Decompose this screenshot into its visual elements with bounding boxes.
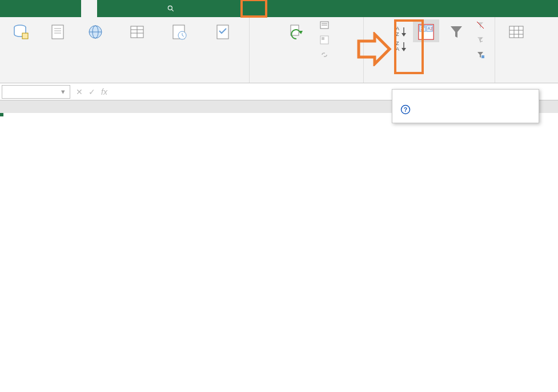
- recent-icon: [170, 23, 188, 41]
- queries-connections-button[interactable]: [318, 19, 334, 31]
- from-web-button[interactable]: [79, 19, 112, 43]
- group-queries-connections: [250, 17, 364, 83]
- tab-review[interactable]: [97, 0, 113, 17]
- ribbon-content: AZ ZA ZAAZ: [0, 17, 558, 83]
- properties-button[interactable]: [318, 34, 334, 46]
- advanced-button[interactable]: [473, 49, 489, 60]
- tab-formulas[interactable]: [65, 0, 81, 17]
- existing-connections-button[interactable]: [200, 19, 246, 43]
- tab-insert[interactable]: [33, 0, 49, 17]
- accept-formula-icon[interactable]: ✓: [89, 87, 95, 96]
- fx-icon[interactable]: fx: [101, 87, 107, 96]
- database-icon: [11, 23, 29, 41]
- svg-rect-45: [481, 55, 484, 58]
- tab-data[interactable]: [81, 0, 97, 17]
- globe-icon: [86, 23, 105, 41]
- clear-button[interactable]: [473, 19, 489, 31]
- svg-text:Z: Z: [396, 31, 399, 37]
- cancel-formula-icon[interactable]: ✕: [76, 87, 83, 96]
- tab-help[interactable]: [145, 0, 161, 17]
- refresh-icon: [287, 23, 306, 41]
- from-text-csv-button[interactable]: [41, 19, 74, 43]
- ribbon-tabs: [0, 0, 558, 17]
- properties-icon: [320, 35, 329, 45]
- svg-text:A: A: [396, 26, 399, 31]
- sort-tooltip: ?: [392, 89, 539, 123]
- refresh-all-button[interactable]: [280, 19, 313, 43]
- tab-developer[interactable]: [129, 0, 145, 17]
- svg-marker-28: [402, 33, 406, 37]
- tab-home[interactable]: [17, 0, 33, 17]
- svg-text:A: A: [423, 25, 425, 29]
- tab-view[interactable]: [113, 0, 129, 17]
- connections-icon: [214, 23, 232, 41]
- svg-text:Z: Z: [430, 27, 432, 31]
- from-table-range-button[interactable]: [117, 19, 158, 43]
- svg-marker-40: [451, 26, 462, 38]
- funnel-icon: [447, 23, 465, 41]
- list-icon: [320, 21, 329, 30]
- advanced-icon: [476, 50, 485, 59]
- svg-rect-4: [52, 25, 63, 39]
- svg-text:Z: Z: [396, 41, 399, 46]
- name-box[interactable]: ▾: [2, 85, 70, 99]
- text-file-icon: [49, 23, 67, 41]
- sort-asc-icon[interactable]: AZ: [395, 25, 408, 38]
- get-data-button[interactable]: [3, 19, 37, 43]
- group-sort-filter: AZ ZA ZAAZ: [364, 17, 495, 83]
- svg-rect-46: [509, 26, 523, 38]
- text-to-columns-button[interactable]: [499, 19, 534, 43]
- group-get-transform: [0, 17, 250, 83]
- svg-rect-3: [22, 33, 28, 39]
- sort-button[interactable]: ZAAZ: [413, 19, 439, 42]
- filter-button[interactable]: [444, 19, 469, 43]
- svg-rect-24: [322, 37, 324, 40]
- sort-desc-icon[interactable]: ZA: [395, 40, 408, 52]
- svg-text:A: A: [396, 46, 399, 52]
- tab-file[interactable]: [1, 0, 17, 17]
- reapply-icon: [476, 35, 485, 45]
- svg-marker-43: [477, 37, 483, 43]
- svg-text:?: ?: [404, 106, 407, 113]
- text-to-columns-icon: [507, 23, 525, 41]
- group-data-tools: [495, 17, 537, 83]
- tell-me-search[interactable]: [161, 5, 178, 13]
- tell-me-more-link[interactable]: ?: [400, 104, 531, 115]
- edit-links-button[interactable]: [318, 49, 334, 60]
- table-icon: [128, 23, 146, 41]
- sort-dialog-icon: ZAAZ: [418, 23, 435, 41]
- clear-icon: [476, 21, 485, 30]
- svg-line-1: [171, 9, 174, 11]
- link-icon: [320, 50, 329, 59]
- help-icon: ?: [400, 104, 411, 115]
- recent-sources-button[interactable]: [162, 19, 195, 43]
- tab-page-layout[interactable]: [49, 0, 65, 17]
- svg-marker-32: [402, 48, 406, 51]
- reapply-button[interactable]: [473, 34, 489, 46]
- search-icon: [167, 5, 175, 13]
